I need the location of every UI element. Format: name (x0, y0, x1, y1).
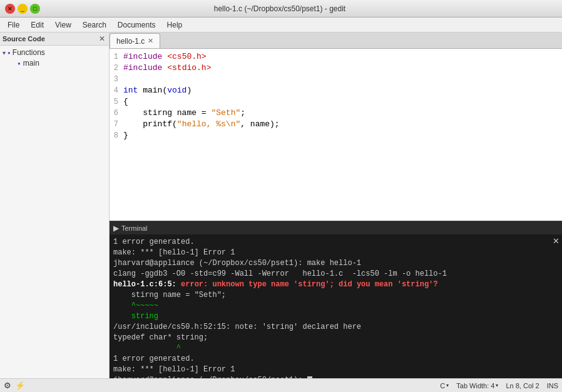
edit-mode: INS (547, 382, 558, 389)
code-line-6: 6 stirng name = "Seth"; (110, 108, 562, 119)
line-content-2: #include <stdio.h> (123, 63, 562, 74)
line-num-2: 2 (110, 63, 123, 74)
main-dot-icon: ● (18, 61, 21, 66)
menu-file[interactable]: File (3, 19, 24, 31)
menubar: File Edit View Search Documents Help (0, 18, 562, 33)
terminal-tabbar: ▶ Terminal (110, 221, 562, 234)
close-button[interactable]: ✕ (5, 4, 15, 14)
language-selector[interactable]: C ▾ (440, 382, 449, 389)
tab-close-button[interactable]: ✕ (148, 37, 153, 45)
arrow-down-icon: ▾ (3, 49, 6, 56)
code-line-8: 8 } (110, 130, 562, 141)
tab-width-chevron-icon: ▾ (496, 383, 498, 388)
line-content-6: stirng name = "Seth"; (123, 108, 562, 119)
window-title: hello-1.c (~/Dropbox/cs50/pset1) - gedit (40, 4, 519, 13)
term-line-8: string (113, 311, 558, 322)
menu-edit[interactable]: Edit (26, 19, 49, 31)
term-line-4: clang -ggdb3 -O0 -std=c99 -Wall -Werror … (113, 269, 558, 279)
term-line-10: typedef char* string; (113, 333, 558, 343)
window-controls[interactable]: ✕ _ □ (5, 4, 40, 14)
main-layout: Source Code ✕ ▾ ● Functions ● main hello… (0, 33, 562, 378)
term-line-7: ^~~~~~ (113, 301, 558, 311)
tab-bar: hello-1.c ✕ (110, 33, 562, 49)
line-num-3: 3 (110, 74, 123, 85)
line-content-5: { (123, 96, 562, 108)
terminal-icon: ▶ (113, 224, 119, 233)
code-line-5: 5 { (110, 96, 562, 108)
menu-documents[interactable]: Documents (113, 19, 161, 31)
statusbar: ⚙ ⚡ C ▾ Tab Width: 4 ▾ Ln 8, Col 2 INS (0, 378, 562, 392)
cursor-position: Ln 8, Col 2 (506, 382, 539, 389)
line-num-8: 8 (110, 130, 123, 141)
language-chevron-icon: ▾ (446, 383, 449, 388)
line-content-4: int main(void) (123, 85, 562, 96)
statusbar-icon-2[interactable]: ⚡ (15, 381, 25, 390)
sidebar-header: Source Code ✕ (0, 33, 109, 46)
functions-label: Functions (13, 48, 45, 57)
terminal-cursor (307, 376, 312, 378)
term-line-2: make: *** [hello-1] Error 1 (113, 248, 558, 258)
term-line-11: ^ (113, 343, 558, 354)
term-line-6: stirng name = "Seth"; (113, 290, 558, 301)
code-line-7: 7 printf("hello, %s\n", name); (110, 119, 562, 130)
menu-view[interactable]: View (50, 19, 76, 31)
code-editor[interactable]: 1 #include <cs50.h> 2 #include <stdio.h>… (110, 49, 562, 221)
code-line-1: 1 #include <cs50.h> (110, 51, 562, 63)
editor-area: hello-1.c ✕ 1 #include <cs50.h> 2 #inclu… (110, 33, 562, 378)
sidebar: Source Code ✕ ▾ ● Functions ● main (0, 33, 110, 378)
sidebar-section: ▾ ● Functions ● main (0, 46, 109, 69)
term-line-5: hello-1.c:6:5: error: unknown type name … (113, 279, 558, 290)
line-content-3 (123, 74, 562, 85)
main-label: main (23, 59, 39, 68)
line-num-5: 5 (110, 96, 123, 108)
menu-help[interactable]: Help (162, 19, 188, 31)
line-num-1: 1 (110, 51, 123, 63)
tab-width-selector[interactable]: Tab Width: 4 ▾ (456, 382, 498, 389)
statusbar-left: ⚙ ⚡ (4, 381, 25, 390)
terminal-tab[interactable]: ▶ Terminal (113, 224, 148, 233)
term-line-9: /usr/include/cs50.h:52:15: note: 'string… (113, 322, 558, 333)
statusbar-right: C ▾ Tab Width: 4 ▾ Ln 8, Col 2 INS (440, 382, 558, 389)
line-content-7: printf("hello, %s\n", name); (123, 119, 562, 130)
terminal-close-button[interactable]: ✕ (553, 236, 559, 246)
sidebar-item-main[interactable]: ● main (0, 58, 109, 68)
minimize-button[interactable]: _ (18, 4, 28, 14)
terminal-panel[interactable]: ✕ 1 error generated. make: *** [hello-1]… (110, 234, 562, 378)
terminal-tab-label: Terminal (121, 224, 148, 232)
sidebar-close-button[interactable]: ✕ (98, 34, 106, 43)
titlebar: ✕ _ □ hello-1.c (~/Dropbox/cs50/pset1) -… (0, 0, 562, 18)
term-line-13: make: *** [hello-1] Error 1 (113, 364, 558, 375)
file-tab[interactable]: hello-1.c ✕ (110, 33, 160, 48)
language-label: C (440, 382, 445, 389)
maximize-button[interactable]: □ (30, 4, 40, 14)
line-num-7: 7 (110, 119, 123, 130)
term-line-3: jharvard@appliance (~/Dropbox/cs50/pset1… (113, 258, 558, 269)
function-dot-icon: ● (8, 50, 11, 56)
term-line-1: 1 error generated. (113, 237, 558, 248)
code-line-2: 2 #include <stdio.h> (110, 63, 562, 74)
line-content-1: #include <cs50.h> (123, 51, 562, 63)
menu-search[interactable]: Search (78, 19, 111, 31)
sidebar-item-functions[interactable]: ▾ ● Functions (0, 47, 109, 58)
tab-width-label: Tab Width: 4 (456, 382, 494, 389)
statusbar-icon-1[interactable]: ⚙ (4, 381, 11, 390)
code-line-3: 3 (110, 74, 562, 85)
line-num-6: 6 (110, 108, 123, 119)
line-num-4: 4 (110, 85, 123, 96)
term-line-12: 1 error generated. (113, 354, 558, 364)
line-content-8: } (123, 130, 562, 141)
tab-label: hello-1.c (116, 37, 145, 46)
term-line-14: jharvard@appliance (~/Dropbox/cs50/pset1… (113, 375, 558, 378)
sidebar-title: Source Code (3, 35, 45, 43)
code-line-4: 4 int main(void) (110, 85, 562, 96)
